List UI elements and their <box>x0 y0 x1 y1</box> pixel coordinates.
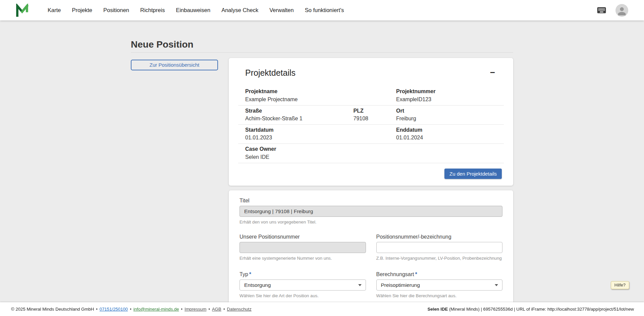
dropdown-arrow-icon <box>495 284 498 286</box>
mineral-minds-logo-icon <box>15 4 29 17</box>
session-details: (Mineral Minds) | 69576255536d | URL of … <box>448 307 634 312</box>
titel-helper: Erhält den von uns vorgegebenen Titel. <box>239 219 502 225</box>
agb-link[interactable]: AGB <box>212 307 221 312</box>
titel-input <box>239 206 502 217</box>
berechnungsart-helper: Wählen Sie hier die Berechnungsart aus. <box>376 293 503 299</box>
startdatum-value: 01.01.2023 <box>245 134 396 141</box>
session-info: Selen IDE (Mineral Minds) | 69576255536d… <box>427 307 634 312</box>
enddatum-label: Enddatum <box>396 127 497 133</box>
typ-helper: Wählen Sie hier die Art der Position aus… <box>239 293 366 299</box>
separator: • <box>208 307 210 312</box>
nav-item-karte[interactable]: Karte <box>48 7 61 13</box>
project-details-card: Projektdetails − Projektname Example Pro… <box>229 58 513 186</box>
berechnungsart-select-value: Preisoptimierung <box>381 282 420 288</box>
unsere-positionsnummer-helper: Erhält eine systemgenerierte Nummer von … <box>239 256 366 261</box>
separator: • <box>181 307 183 312</box>
typ-select[interactable]: Entsorgung <box>239 279 366 291</box>
berechnungsart-select[interactable]: Preisoptimierung <box>376 279 503 291</box>
projektname-label: Projektname <box>245 88 396 94</box>
typ-select-value: Entsorgung <box>244 282 271 288</box>
hilfe-button[interactable]: Hilfe? <box>611 281 629 289</box>
email-link[interactable]: info@mineral-minds.de <box>133 307 179 312</box>
nav-item-analyse-check[interactable]: Analyse Check <box>221 7 258 13</box>
nav-item-verwalten[interactable]: Verwalten <box>269 7 293 13</box>
separator: • <box>223 307 225 312</box>
keyboard-icon[interactable] <box>596 5 607 15</box>
nav-item-projekte[interactable]: Projekte <box>72 7 92 13</box>
phone-link[interactable]: 07151/250100 <box>100 307 128 312</box>
ort-label: Ort <box>396 108 497 114</box>
impressum-link[interactable]: Impressum <box>184 307 206 312</box>
titel-label: Titel <box>239 198 502 204</box>
table-row: Projektname Example Projectname Projektn… <box>238 86 504 105</box>
collapse-icon[interactable]: − <box>489 68 496 77</box>
project-details-button[interactable]: Zu den Projektdetails <box>444 169 502 179</box>
person-icon <box>616 5 628 17</box>
separator: • <box>96 307 98 312</box>
ort-value: Freiburg <box>396 115 497 122</box>
separator: • <box>130 307 131 312</box>
copyright-text: © 2025 Mineral Minds Deutschland GmbH <box>11 307 94 312</box>
page-title: Neue Position <box>131 39 513 50</box>
logo[interactable] <box>15 4 29 17</box>
top-navbar: Karte Projekte Positionen Richtpreis Ein… <box>0 0 644 20</box>
case-owner-label: Case Owner <box>245 146 497 152</box>
nav-item-positionen[interactable]: Positionen <box>103 7 129 13</box>
positionsnummer-input[interactable] <box>376 242 503 253</box>
enddatum-value: 01.01.2024 <box>396 134 497 141</box>
plz-value: 79108 <box>354 115 396 122</box>
positionsnummer-label: Positionsnummer/-bezeichnung <box>376 234 503 240</box>
project-details-title: Projektdetails <box>245 68 296 78</box>
user-avatar[interactable] <box>615 4 628 17</box>
project-details-table: Projektname Example Projectname Projektn… <box>238 86 504 163</box>
positionsnummer-helper: Z.B. Interne-Vorgangsnummer, LV-Position… <box>376 256 503 261</box>
required-marker: * <box>249 271 251 277</box>
projektnummer-label: Projektnummer <box>396 88 497 94</box>
dropdown-arrow-icon <box>358 284 362 286</box>
required-marker: * <box>415 271 417 277</box>
nav-item-so-funktionierts[interactable]: So funktioniert's <box>305 7 344 13</box>
typ-label: Typ <box>239 271 248 277</box>
main-navigation: Karte Projekte Positionen Richtpreis Ein… <box>48 7 344 13</box>
strasse-label: Straße <box>245 108 354 114</box>
strasse-value: Achim-Stocker-Straße 1 <box>245 115 354 122</box>
case-owner-value: Selen IDE <box>245 154 497 160</box>
title-divider <box>131 52 513 53</box>
table-row: Straße Achim-Stocker-Straße 1 PLZ 79108 … <box>238 106 504 125</box>
unsere-positionsnummer-label: Unsere Positionsnummer <box>239 234 366 240</box>
session-user: Selen IDE <box>427 307 448 312</box>
startdatum-label: Startdatum <box>245 127 396 133</box>
table-row: Startdatum 01.01.2023 Enddatum 01.01.202… <box>238 125 504 144</box>
berechnungsart-label: Berechnungsart <box>376 271 414 277</box>
nav-item-einbauweisen[interactable]: Einbauweisen <box>176 7 210 13</box>
footer: © 2025 Mineral Minds Deutschland GmbH • … <box>0 302 644 316</box>
table-row: Case Owner Selen IDE <box>238 144 504 163</box>
nav-item-richtpreis[interactable]: Richtpreis <box>140 7 165 13</box>
unsere-positionsnummer-input <box>239 242 366 253</box>
datenschutz-link[interactable]: Datenschutz <box>227 307 252 312</box>
position-form-card: Titel Erhält den von uns vorgegebenen Ti… <box>229 190 513 316</box>
positions-overview-button[interactable]: Zur Positionsübersicht <box>131 60 218 70</box>
projektnummer-value: ExampleID123 <box>396 96 497 103</box>
projektname-value: Example Projectname <box>245 96 396 103</box>
plz-label: PLZ <box>354 108 396 114</box>
